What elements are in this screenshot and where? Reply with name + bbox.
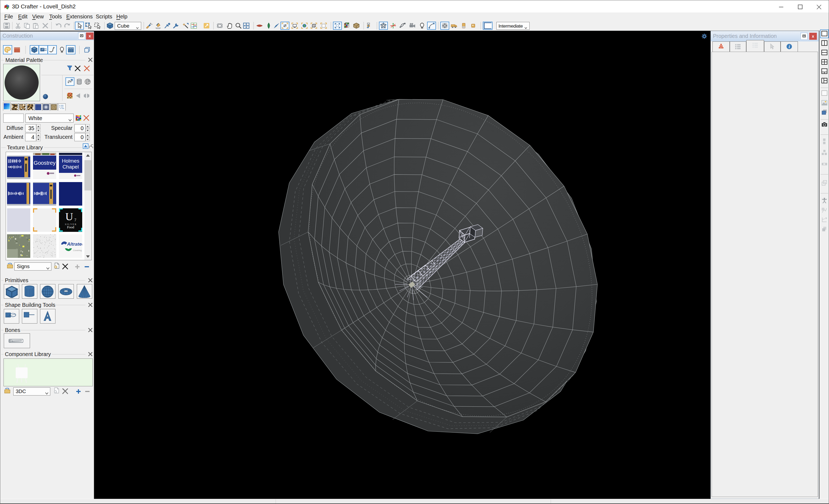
svg-text:Holmes: Holmes	[62, 158, 79, 164]
svg-text:7: 7	[74, 218, 76, 222]
svg-text:Food: Food	[67, 225, 74, 229]
svg-text:Covering Source: Covering Source	[73, 249, 82, 252]
svg-text:Chapel: Chapel	[63, 164, 79, 170]
svg-text:Altratech: Altratech	[67, 242, 82, 247]
svg-text:U: U	[66, 211, 73, 223]
svg-text:Goostrey: Goostrey	[34, 160, 56, 166]
svg-text:i: i	[789, 44, 790, 49]
